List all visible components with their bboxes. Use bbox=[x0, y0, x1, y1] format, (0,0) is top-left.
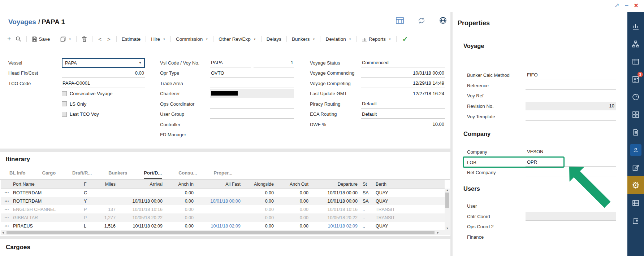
table-row[interactable]: ••• ROTTERDAM C 0.00 0.00 0.00 10/01/18 … bbox=[1, 189, 445, 197]
last-update-gmt-field[interactable]: 12/27/18 16:24 bbox=[361, 89, 445, 98]
scroll-right-icon[interactable]: ► bbox=[436, 231, 440, 234]
controller-field[interactable] bbox=[210, 120, 294, 129]
horizontal-scrollbar[interactable]: ◄ ► bbox=[1, 230, 450, 235]
company-field[interactable]: VESON bbox=[526, 147, 616, 156]
scroll-left-icon[interactable]: ◄ bbox=[1, 231, 5, 234]
breadcrumb-voyages-link[interactable]: Voyages bbox=[8, 18, 36, 26]
table-row[interactable]: ••• ROTTERDAM Y 10/01/18 00:00 0.00 10/0… bbox=[1, 197, 445, 205]
table-row[interactable]: ••• PIRAEUS L 1,516 10/11/18 02:09 0.00 … bbox=[1, 222, 445, 230]
spreadsheet-nav-button[interactable] bbox=[627, 53, 644, 70]
delete-button[interactable] bbox=[79, 36, 89, 42]
row-menu-icon[interactable]: ••• bbox=[1, 208, 13, 211]
row-menu-icon[interactable]: ••• bbox=[1, 199, 13, 203]
settings-nav-button[interactable]: ⚙ bbox=[627, 176, 644, 194]
fd-manager-field[interactable] bbox=[210, 130, 294, 139]
commission-menu-button[interactable]: Commission▼ bbox=[174, 36, 210, 42]
grid-view-icon[interactable] bbox=[396, 17, 404, 26]
row-menu-icon[interactable]: ••• bbox=[1, 224, 13, 228]
trade-area-field[interactable] bbox=[210, 79, 294, 88]
tco-code-field[interactable]: PAPA-O0001 bbox=[62, 79, 145, 88]
compose-nav-button[interactable] bbox=[627, 159, 644, 176]
last-tco-voy-label: Last TCO Voy bbox=[70, 111, 99, 117]
scrollbar-thumb[interactable] bbox=[7, 231, 435, 234]
sync-icon[interactable] bbox=[418, 17, 425, 26]
eca-routing-field[interactable]: Default bbox=[361, 110, 445, 119]
save-button[interactable]: Save bbox=[30, 36, 52, 42]
bunker-calc-method-field[interactable]: FIFO bbox=[526, 71, 616, 79]
add-button[interactable]: + bbox=[5, 36, 13, 42]
dashboard-nav-button[interactable] bbox=[627, 88, 644, 106]
close-icon[interactable]: × bbox=[634, 2, 638, 9]
tab-bunkers[interactable]: Bunkers bbox=[108, 169, 127, 179]
tab-cargo[interactable]: Cargo bbox=[42, 169, 56, 179]
vessel-select[interactable]: PAPA ▼ bbox=[62, 58, 145, 68]
user-group-field[interactable] bbox=[210, 110, 294, 119]
table-row[interactable]: ••• GIBRALTAR P 1,277 10/05/18 20:22 0.0… bbox=[1, 213, 445, 222]
cell-departure-link[interactable]: 10/11/18 02:09 bbox=[311, 224, 360, 229]
charterer-field[interactable] bbox=[210, 89, 294, 98]
minimize-icon[interactable]: – bbox=[625, 3, 628, 8]
voy-ref-field[interactable] bbox=[526, 92, 616, 100]
tab-consumption[interactable]: Consu... bbox=[178, 169, 197, 179]
voyage-commencing-field[interactable]: 10/01/18 00:00 bbox=[361, 69, 445, 78]
analytics-nav-button[interactable] bbox=[627, 17, 644, 35]
reports-label: Reports bbox=[369, 36, 386, 42]
row-menu-icon[interactable]: ••• bbox=[1, 216, 13, 220]
contacts-nav-button[interactable] bbox=[627, 141, 644, 159]
table-row[interactable]: ••• ENGLISH CHANNEL P 137 10/01/18 10:16… bbox=[1, 205, 445, 213]
tab-draft-restrictions[interactable]: Draft/R... bbox=[72, 169, 92, 179]
ls-only-checkbox[interactable]: LS Only bbox=[62, 99, 145, 109]
reference-field[interactable] bbox=[526, 81, 616, 90]
port-operations-nav-button[interactable] bbox=[627, 212, 644, 229]
copy-menu-button[interactable]: ▼ bbox=[58, 36, 73, 42]
scrollbar-thumb[interactable] bbox=[445, 193, 449, 208]
validate-check-icon[interactable]: ✓ bbox=[399, 35, 411, 43]
fd-manager-label: FD Manager bbox=[160, 132, 210, 137]
deviation-menu-button[interactable]: Deviation▼ bbox=[323, 36, 353, 42]
piracy-routing-field[interactable]: Default bbox=[361, 100, 445, 109]
estimate-button[interactable]: Estimate bbox=[120, 36, 143, 42]
org-structure-nav-button[interactable] bbox=[627, 35, 644, 53]
voy-template-field[interactable] bbox=[526, 112, 616, 121]
row-menu-icon[interactable]: ••• bbox=[1, 191, 13, 195]
documents-nav-button[interactable] bbox=[627, 123, 644, 141]
delays-button[interactable]: Delays bbox=[264, 36, 284, 42]
scroll-up-icon[interactable]: ▲ bbox=[445, 189, 450, 192]
head-fix-cost-field[interactable]: 0.00 bbox=[62, 69, 145, 78]
previous-record-button[interactable]: < bbox=[95, 36, 104, 42]
scroll-down-icon[interactable]: ▼ bbox=[445, 227, 450, 230]
ref-company-field[interactable] bbox=[526, 168, 616, 177]
finance-label: Finance bbox=[467, 234, 526, 240]
voyage-completing-field[interactable]: 12/29/18 14:49 bbox=[361, 79, 445, 88]
ops-coordinator-field[interactable] bbox=[210, 100, 294, 109]
finance-field[interactable] bbox=[526, 233, 616, 241]
next-record-button[interactable]: > bbox=[104, 36, 113, 42]
consecutive-voyage-checkbox[interactable]: Consecutive Voyage bbox=[62, 89, 145, 99]
popout-icon[interactable]: ↗ bbox=[614, 3, 619, 8]
data-grid-nav-button[interactable] bbox=[627, 194, 644, 212]
tasks-nav-button[interactable]: 3 bbox=[627, 70, 644, 88]
user-field[interactable] bbox=[526, 202, 616, 210]
cell-all-fast-link[interactable]: 10/01/18 00:00 bbox=[196, 199, 243, 204]
last-tco-voy-checkbox[interactable]: Last TCO Voy bbox=[62, 109, 145, 120]
vertical-scrollbar[interactable]: ▲ ▼ bbox=[445, 189, 450, 230]
ops-coord-2-field[interactable] bbox=[526, 222, 616, 231]
reports-menu-button[interactable]: Reports▼ bbox=[360, 36, 393, 42]
tab-bl-info[interactable]: BL Info bbox=[9, 169, 26, 179]
search-button[interactable] bbox=[13, 36, 23, 42]
vsl-code-field[interactable]: PAPA bbox=[210, 58, 251, 67]
globe-icon[interactable] bbox=[439, 17, 447, 26]
hire-menu-button[interactable]: Hire▼ bbox=[149, 36, 168, 42]
modules-nav-button[interactable] bbox=[627, 106, 644, 123]
properties-title: Properties bbox=[458, 19, 490, 27]
tab-properties[interactable]: Proper... bbox=[213, 169, 232, 179]
lob-field[interactable]: OPR bbox=[526, 158, 616, 167]
tab-port-dates[interactable]: Port/D... bbox=[144, 169, 162, 179]
voy-no-field[interactable]: 1 bbox=[254, 58, 294, 67]
bunkers-menu-button[interactable]: Bunkers▼ bbox=[290, 36, 317, 42]
cell-all-fast-link[interactable]: 10/11/18 02:09 bbox=[196, 224, 243, 229]
other-rev-exp-menu-button[interactable]: Other Rev/Exp▼ bbox=[216, 36, 258, 42]
opr-type-field[interactable]: OVTO bbox=[210, 69, 294, 78]
voyage-status-field[interactable]: Commenced bbox=[361, 58, 445, 67]
dwf-field[interactable]: 10.00 bbox=[361, 120, 445, 129]
